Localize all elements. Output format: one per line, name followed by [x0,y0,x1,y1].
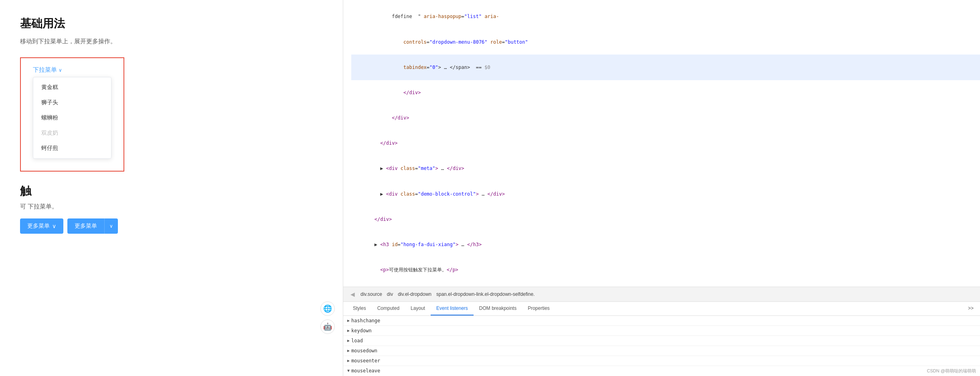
event-header-keydown[interactable]: ▶ keydown [343,326,980,336]
expand-icon-hashchange: ▶ [347,318,350,323]
event-name-hashchange: hashchange [351,318,380,323]
code-line-3: tabindex="0"> … </span> == $0 [351,55,980,80]
event-group-mousedown: ▶ mousedown [343,346,980,356]
dropdown-label: 下拉菜单 [33,66,57,74]
section2: 触 可 下拉菜单。 [20,184,323,210]
event-name-load: load [351,338,363,344]
page-subtitle: 移动到下拉菜单上，展开更多操作。 [20,38,323,45]
translate-icon[interactable]: 🌐 [320,301,335,316]
expand-icon-mouseleave: ▼ [347,368,350,373]
dropdown-item[interactable]: 蚵仔煎 [33,141,111,156]
dropdown-item[interactable]: 狮子头 [33,95,111,110]
watermark: CSDN @萌萌哒的瑞萌萌 [927,368,976,374]
dropdown-trigger[interactable]: 下拉菜单 ∨ [33,66,111,74]
btn-split-main-label: 更多菜单 [75,222,97,229]
event-header-mousedown[interactable]: ▶ mousedown [343,346,980,356]
tab-computed[interactable]: Computed [372,302,405,315]
breadcrumb-arrow[interactable]: ◀ [347,289,358,299]
tab-dom-breakpoints[interactable]: DOM breakpoints [474,302,522,315]
robot-icon[interactable]: 🤖 [320,319,335,334]
event-header-load[interactable]: ▶ load [343,336,980,346]
btn-split-group: 更多菜单 ∨ [67,218,118,234]
event-group-keydown: ▶ keydown [343,326,980,336]
left-panel: 基础用法 移动到下拉菜单上，展开更多操作。 下拉菜单 ∨ 黄金糕狮子头螺蛳粉双皮… [0,0,343,376]
event-name-mousedown: mousedown [351,348,377,354]
right-panel: fdefine " aria-haspopup="list" aria- con… [343,0,980,376]
event-name-mouseleave: mouseleave [351,368,380,374]
breadcrumb-item-1[interactable]: div.source [360,291,382,297]
event-name-keydown: keydown [351,328,372,334]
event-group-load: ▶ load [343,336,980,346]
code-line-7: ▶ <div class="meta"> … </div> [351,156,980,181]
btn-arrow-icon-1: ∨ [52,223,56,229]
expand-icon-load: ▶ [347,338,350,343]
event-header-mouseleave[interactable]: ▼ mouseleave [343,366,980,376]
expand-icon-keydown: ▶ [347,328,350,333]
btn-split-arrow[interactable]: ∨ [104,218,118,234]
tab-event-listeners[interactable]: Event listeners [431,302,474,315]
robot-icon-symbol: 🤖 [323,322,332,331]
dropdown-item[interactable]: 螺蛳粉 [33,110,111,125]
expand-icon-mouseenter: ▶ [347,358,350,363]
breadcrumb-item-2[interactable]: div [387,291,393,297]
breadcrumb-bar: ◀ div.source div div.el-dropdown span.el… [343,287,980,302]
breadcrumb-item-3[interactable]: div.el-dropdown [398,291,431,297]
tab-layout[interactable]: Layout [405,302,431,315]
code-line-8: ▶ <div class="demo-block-control"> … </d… [351,181,980,206]
code-line-11: <p>可使用按钮触发下拉菜单。</p> [351,257,980,283]
code-area: fdefine " aria-haspopup="list" aria- con… [343,0,980,287]
dropdown-item: 双皮奶 [33,125,111,141]
page-title: 基础用法 [20,16,323,31]
tab-more[interactable]: >> [966,302,976,315]
event-header-mouseenter[interactable]: ▶ mouseenter [343,356,980,366]
dropdown-item[interactable]: 黄金糕 [33,80,111,95]
btn-split-arrow-icon: ∨ [109,223,113,229]
translate-icon-symbol: 🌐 [323,304,332,313]
section2-desc: 可 下拉菜单。 [20,203,323,210]
event-group-mouseenter: ▶ mouseenter [343,356,980,366]
demo-box: 下拉菜单 ∨ 黄金糕狮子头螺蛳粉双皮奶蚵仔煎 [20,57,124,172]
code-line-5: </div> [351,105,980,131]
buttons-row: 更多菜单 ∨ 更多菜单 ∨ [20,218,323,234]
code-line-1: fdefine " aria-haspopup="list" aria- [351,4,980,29]
event-group-hashchange: ▶ hashchange [343,316,980,326]
event-name-mouseenter: mouseenter [351,358,380,364]
code-line-9: </div> [351,206,980,232]
btn-more-menu-1[interactable]: 更多菜单 ∨ [20,218,63,234]
events-panel: ▶ hashchange ▶ keydown ▶ load ▶ mousedow… [343,316,980,376]
code-line-2: controls="dropdown-menu-8076" role="butt… [351,29,980,55]
expand-icon-mousedown: ▶ [347,348,350,353]
code-line-6: </div> [351,131,980,156]
tabs-bar: Styles Computed Layout Event listeners D… [343,302,980,316]
section2-title: 触 [20,184,323,199]
dropdown-arrow-icon: ∨ [59,67,62,73]
btn-split-main[interactable]: 更多菜单 [67,218,104,234]
tab-styles[interactable]: Styles [347,302,372,315]
event-group-mouseleave: ▼ mouseleave ▶ div.demo-block.demo-zh-CN… [343,366,980,376]
code-line-4: </div> [351,80,980,105]
event-header-hashchange[interactable]: ▶ hashchange [343,316,980,325]
breadcrumb-item-4[interactable]: span.el-dropdown-link.el-dropdown-selfde… [436,291,535,297]
dropdown-menu: 黄金糕狮子头螺蛳粉双皮奶蚵仔煎 [33,77,111,159]
code-line-10: ▶ <h3 id="hong-fa-dui-xiang"> … </h3> [351,232,980,257]
btn-more-menu-1-label: 更多菜单 [27,222,50,230]
tab-properties[interactable]: Properties [522,302,555,315]
